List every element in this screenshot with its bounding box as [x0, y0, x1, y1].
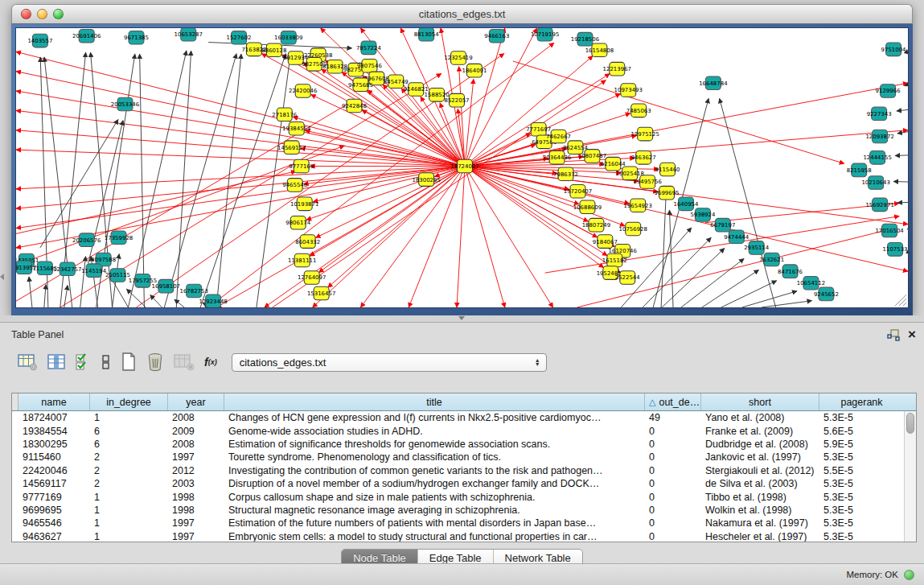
table-cell[interactable]: Investigating the contribution of common… [224, 465, 645, 476]
graph-node[interactable]: 1107533 [883, 243, 908, 257]
graph-node[interactable]: 16648784 [699, 76, 727, 90]
graph-node[interactable]: 9699695 [655, 186, 680, 200]
table-cell[interactable]: 9699695 [18, 505, 90, 516]
table-row[interactable]: 1830029562008Estimation of significance … [12, 438, 916, 451]
table-cell[interactable]: 2 [90, 478, 168, 489]
table-cell[interactable]: 5.6E-5 [819, 426, 904, 437]
table-cell[interactable]: Structural magnetic resonance image aver… [224, 505, 645, 516]
edit-columns-icon[interactable] [76, 353, 92, 371]
table-cell[interactable]: 9115460 [18, 451, 90, 463]
table-scrollbar[interactable] [904, 411, 916, 542]
graph-node[interactable]: 19654923 [624, 199, 652, 212]
graph-node[interactable]: 11381111 [288, 253, 316, 267]
column-header-in-degree[interactable]: in_degree [90, 393, 168, 410]
table-cell[interactable]: Franke et al. (2009) [701, 426, 819, 437]
table-cell[interactable]: Corpus callosum shape and size in male p… [224, 492, 645, 503]
graph-node[interactable]: 12213967 [603, 62, 631, 76]
table-cell[interactable]: 1997 [168, 451, 224, 463]
graph-node[interactable]: 17016504 [875, 224, 903, 237]
table-cell[interactable]: 14569117 [18, 478, 90, 489]
table-select-dropdown[interactable]: citations_edges.txt ▲▼ [232, 353, 547, 372]
graph-node[interactable]: 20691406 [72, 29, 101, 43]
table-scrollbar-thumb[interactable] [906, 413, 914, 434]
table-cell[interactable]: 9465546 [18, 517, 90, 529]
graph-node[interactable]: 10653287 [175, 28, 203, 41]
graph-node[interactable]: 2935114 [744, 241, 769, 255]
table-cell[interactable]: Disruption of a novel member of a sodium… [224, 478, 645, 489]
table-cell[interactable]: 1 [90, 517, 168, 529]
table-cell[interactable]: 5.3E-5 [819, 505, 904, 516]
table-cell[interactable]: 1998 [168, 505, 224, 516]
graph-node[interactable]: 9474444 [724, 230, 749, 244]
table-cell[interactable]: Stergiakouli et al. (2012) [701, 465, 819, 476]
table-cell[interactable]: 9463627 [18, 531, 90, 542]
table-row[interactable]: 969969511998Structural magnetic resonanc… [12, 504, 916, 517]
graph-node[interactable]: 12975125 [630, 127, 659, 141]
table-cell[interactable]: Tibbo et al. (1998) [701, 492, 819, 503]
table-cell[interactable]: Changes of HCN gene expression and I(f) … [224, 412, 645, 423]
table-cell[interactable]: 6 [90, 439, 168, 450]
table-cell[interactable]: 5.3E-5 [819, 531, 904, 542]
graph-node[interactable]: 12764097 [298, 271, 326, 285]
graph-node[interactable]: 9227343 [867, 107, 892, 121]
table-cell[interactable]: Tourette syndrome. Phenomenology and cla… [224, 451, 645, 463]
table-row[interactable]: 1456911722003Disruption of a novel membe… [12, 477, 916, 490]
memory-ok-indicator[interactable] [904, 570, 914, 580]
table-cell[interactable]: 1998 [168, 492, 224, 503]
graph-node[interactable]: 8813054 [414, 28, 439, 41]
graph-node[interactable]: 16782753 [180, 284, 208, 298]
delete-column-icon[interactable] [146, 352, 164, 372]
delete-table-icon[interactable] [174, 353, 195, 371]
graph-node[interactable]: 9463627 [631, 151, 656, 165]
table-cell[interactable]: 1 [90, 505, 168, 516]
float-panel-icon[interactable] [887, 329, 900, 341]
graph-node[interactable]: 10193871 [290, 197, 318, 211]
table-row[interactable]: 946554611997Estimation of the future num… [12, 517, 916, 529]
table-cell[interactable]: 1 [90, 412, 168, 423]
column-header-name[interactable]: name [18, 393, 90, 410]
table-row[interactable]: 2242004622012Investigating the contribut… [12, 464, 916, 477]
graph-node[interactable]: 9751004 [881, 43, 906, 56]
graph-node[interactable]: 1527602 [227, 31, 252, 44]
table-cell[interactable]: 5.3E-5 [819, 492, 904, 503]
graph-node[interactable]: 5938924 [690, 208, 715, 222]
table-cell[interactable]: 2009 [168, 426, 224, 437]
close-panel-icon[interactable]: × [908, 329, 916, 340]
graph-node[interactable]: 9129966 [876, 84, 901, 98]
table-cell[interactable]: Yano et al. (2008) [701, 412, 819, 423]
graph-node[interactable]: 20053346 [111, 97, 139, 111]
table-cell[interactable]: 0 [645, 478, 701, 489]
table-cell[interactable]: 0 [645, 451, 701, 463]
graph-node[interactable]: 8624554 [563, 141, 588, 154]
column-header-title[interactable]: title [224, 393, 645, 410]
citation-graph[interactable]: 7163822886012889129342226053898275058186… [16, 28, 908, 307]
table-cell[interactable]: 5.3E-5 [819, 478, 904, 489]
table-cell[interactable]: Nakamura et al. (1997) [701, 517, 819, 529]
graph-node[interactable]: 9671385 [124, 31, 149, 44]
graph-node[interactable]: 15316457 [307, 286, 335, 300]
table-cell[interactable]: 1997 [168, 531, 224, 542]
table-cell[interactable]: 1997 [168, 517, 224, 529]
table-cell[interactable]: 22420046 [18, 465, 90, 476]
graph-node[interactable]: 20206576 [72, 233, 101, 247]
window-titlebar[interactable]: citations_edges.txt [11, 4, 913, 24]
graph-node[interactable]: 10210643 [861, 176, 889, 190]
graph-node[interactable]: 17359928 [105, 231, 133, 245]
table-cell[interactable]: 2008 [168, 412, 224, 423]
table-cell[interactable]: 6 [90, 426, 168, 437]
graph-node[interactable]: 8604332 [295, 235, 320, 249]
table-cell[interactable]: Embryonic stem cells: a model to study s… [224, 531, 645, 542]
table-cell[interactable]: 0 [645, 465, 701, 476]
table-cell[interactable]: Jankovic et al. (1997) [701, 451, 819, 463]
table-cell[interactable]: 18300295 [18, 439, 90, 450]
graph-node[interactable]: 8215958 [847, 163, 872, 177]
canvas-resize-grip[interactable] [895, 295, 906, 306]
graph-node[interactable]: 9806174 [285, 216, 310, 229]
graph-node[interactable]: 9115460 [655, 163, 680, 176]
network-canvas[interactable]: 7163822886012889129342226053898275058186… [15, 27, 909, 308]
graph-node[interactable]: 2718176 [272, 108, 297, 122]
table-cell[interactable]: 1 [90, 492, 168, 503]
graph-node[interactable]: 14569117 [277, 141, 306, 154]
horizontal-splitter[interactable] [0, 315, 924, 322]
table-cell[interactable]: 2008 [168, 439, 224, 450]
